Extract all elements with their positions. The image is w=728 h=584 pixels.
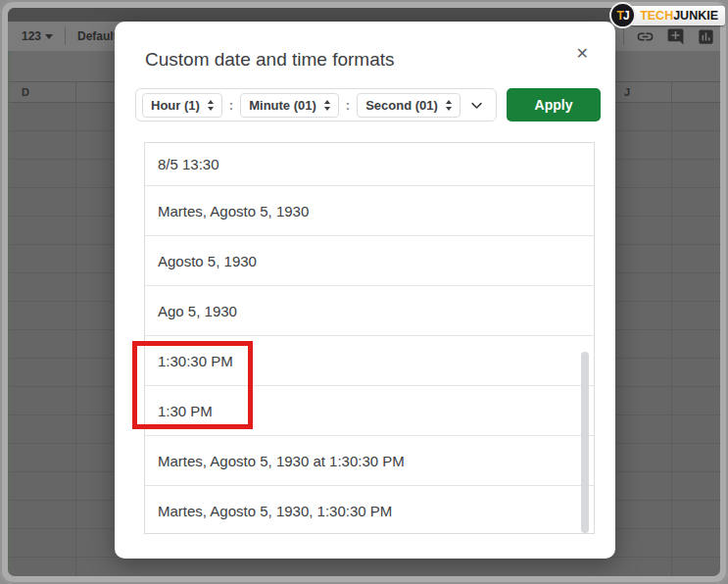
format-list-item[interactable]: 8/5 13:30 <box>145 143 594 186</box>
format-list-item[interactable]: Agosto 5, 1930 <box>145 236 594 286</box>
insert-chart-icon[interactable] <box>697 27 715 46</box>
caret-down-icon <box>45 34 53 39</box>
apply-button[interactable]: Apply <box>507 88 601 122</box>
number-format-button[interactable]: 123 <box>22 29 53 43</box>
chevron-down-icon[interactable] <box>469 98 484 113</box>
toolbar-divider <box>623 27 624 45</box>
format-list: 8/5 13:30 Martes, Agosto 5, 1930 Agosto … <box>144 142 595 534</box>
unfold-arrows-icon[interactable] <box>324 100 330 111</box>
minute-chip-label: Minute (01) <box>249 98 316 113</box>
dialog-title: Custom date and time formats <box>145 49 395 71</box>
logo-word-junkie: JUNKIE <box>673 9 718 23</box>
techjunkie-logo: TJ TECHJUNKIE <box>609 2 725 28</box>
format-list-item[interactable]: Martes, Agosto 5, 1930 at 1:30:30 PM <box>145 436 594 486</box>
grid-column-line <box>671 81 672 576</box>
second-chip-label: Second (01) <box>365 98 438 113</box>
spreadsheet-screen: 123 Default ( <box>8 8 720 576</box>
logo-word-tech: TECH <box>640 9 673 23</box>
chip-separator: : <box>229 98 233 113</box>
format-list-item[interactable]: Martes, Agosto 5, 1930, 1:30:30 PM <box>145 486 594 534</box>
format-list-item[interactable]: Ago 5, 1930 <box>145 286 594 336</box>
column-header-j[interactable]: J <box>624 86 630 98</box>
logo-monogram-j: J <box>623 9 629 23</box>
unfold-arrows-icon[interactable] <box>208 100 214 111</box>
sheet-left-edge <box>8 51 11 576</box>
number-format-label: 123 <box>22 29 41 43</box>
scrollbar-thumb[interactable] <box>581 352 589 533</box>
format-controls-row: Hour (1) : Minute (01) : Second (01) <box>135 88 601 122</box>
grid-column-line <box>75 81 76 576</box>
techjunkie-logo-monogram: TJ <box>609 2 636 28</box>
close-icon[interactable]: ✕ <box>576 46 589 62</box>
chip-separator: : <box>346 98 350 113</box>
unfold-arrows-icon[interactable] <box>446 100 452 111</box>
format-chip-input[interactable]: Hour (1) : Minute (01) : Second (01) <box>135 88 497 122</box>
format-list-item[interactable]: 1:30 PM <box>145 386 594 436</box>
minute-chip[interactable]: Minute (01) <box>240 93 339 118</box>
column-header-d[interactable]: D <box>22 86 29 98</box>
format-list-item[interactable]: Martes, Agosto 5, 1930 <box>145 186 594 236</box>
custom-date-time-formats-dialog: Custom date and time formats ✕ Hour (1) … <box>115 22 615 559</box>
format-list-item[interactable]: 1:30:30 PM <box>145 336 594 386</box>
insert-comment-icon[interactable] <box>666 27 685 46</box>
hour-chip-label: Hour (1) <box>151 98 200 113</box>
second-chip[interactable]: Second (01) <box>357 93 461 118</box>
hour-chip[interactable]: Hour (1) <box>142 93 222 118</box>
techjunkie-logo-wordmark: TECHJUNKIE <box>630 6 725 25</box>
insert-link-icon[interactable] <box>636 27 655 46</box>
toolbar-divider <box>65 27 66 45</box>
window-frame: 123 Default ( <box>0 0 728 584</box>
